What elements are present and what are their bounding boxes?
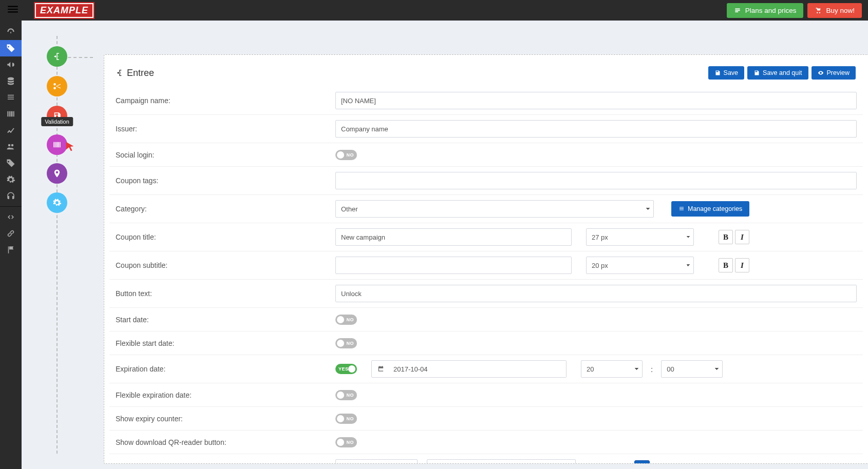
step-entree[interactable] (47, 46, 67, 67)
expiration-min-select[interactable]: 00 (661, 360, 723, 378)
subtitle-italic-button[interactable]: I (735, 258, 749, 272)
expiration-hour-select[interactable]: 20 (581, 360, 643, 378)
step-tooltip: Validation (41, 117, 73, 126)
plans-button[interactable]: Plans and prices (727, 3, 804, 18)
plans-label: Plans and prices (745, 7, 797, 14)
category-select[interactable]: Other (335, 200, 654, 218)
calendar-icon (372, 365, 390, 373)
left-rail (0, 0, 22, 469)
rail-barcode-icon[interactable] (0, 106, 22, 122)
rail-horn-icon[interactable] (0, 56, 22, 73)
steps-column: Validation (34, 36, 80, 454)
title-italic-button[interactable]: I (735, 230, 749, 244)
max-campaigns-input[interactable] (335, 459, 418, 464)
show-expiry-toggle[interactable]: NO (335, 414, 357, 424)
rail-support-icon[interactable] (0, 188, 22, 204)
form-panel: Entree Save Save and quit Preview Campai… (104, 54, 868, 464)
logo: EXAMPLE (35, 3, 93, 18)
expiration-date-input[interactable] (371, 360, 567, 378)
save-button[interactable]: Save (708, 66, 745, 80)
label-flexible-expiration: Flexible expiration date: (109, 391, 335, 399)
label-category: Category: (109, 205, 335, 213)
flexible-expiration-toggle[interactable]: NO (335, 390, 357, 400)
save-quit-button[interactable]: Save and quit (747, 66, 808, 80)
topbar: EXAMPLE Plans and prices Buy now! (0, 0, 868, 21)
show-qr-toggle[interactable]: NO (335, 437, 357, 447)
cursor-pointer-icon (65, 141, 76, 152)
label-coupon-title: Coupon title: (109, 233, 335, 241)
enter-icon (116, 69, 124, 77)
label-flexible-start: Flexible start date: (109, 339, 335, 347)
title-size-select[interactable]: 27 px (586, 228, 694, 246)
label-coupon-tags: Coupon tags: (109, 177, 335, 185)
max-type-select[interactable]: Validations (427, 459, 576, 464)
step-scissors[interactable] (47, 76, 67, 96)
label-coupon-subtitle: Coupon subtitle: (109, 261, 335, 269)
buy-button[interactable]: Buy now! (807, 3, 862, 18)
title-bold-button[interactable]: B (719, 230, 733, 244)
coupon-tags-input[interactable] (335, 172, 857, 189)
rail-link-icon[interactable] (0, 225, 22, 242)
manage-categories-button[interactable]: Manage categories (671, 201, 749, 217)
label-social-login: Social login: (109, 151, 335, 159)
time-colon: : (645, 365, 659, 374)
step-location[interactable] (47, 163, 67, 184)
flexible-start-toggle[interactable]: NO (335, 338, 357, 348)
coupon-title-input[interactable] (335, 228, 572, 246)
hamburger-icon[interactable] (6, 3, 20, 18)
campaign-name-input[interactable] (335, 92, 857, 109)
rail-users-icon[interactable] (0, 139, 22, 155)
rail-chart-icon[interactable] (0, 122, 22, 139)
rail-code-icon[interactable] (0, 209, 22, 225)
content: Validation Entree Save Save and quit Pre… (22, 21, 868, 469)
label-campaign-name: Campaign name: (109, 96, 335, 105)
rail-database-icon[interactable] (0, 73, 22, 89)
label-issuer: Issuer: (109, 125, 335, 133)
buy-label: Buy now! (826, 7, 855, 14)
coupon-subtitle-input[interactable] (335, 257, 572, 274)
label-button-text: Button text: (109, 289, 335, 298)
start-date-toggle[interactable]: NO (335, 315, 357, 325)
rail-coupons-icon[interactable] (0, 40, 22, 56)
form-body: Campaign name: Issuer: Social login: NO … (104, 87, 868, 464)
rail-tags-icon[interactable] (0, 155, 22, 171)
social-login-toggle[interactable]: NO (335, 150, 357, 160)
rail-cogs-icon[interactable] (0, 171, 22, 188)
step-validation[interactable] (47, 134, 67, 155)
label-show-qr: Show download QR-reader button: (109, 438, 335, 446)
rail-dashboard-icon[interactable] (0, 24, 22, 40)
form-header: Entree Save Save and quit Preview (104, 55, 868, 87)
label-start-date: Start date: (109, 316, 335, 324)
subtitle-size-select[interactable]: 20 px (586, 257, 694, 274)
page-title: Entree (116, 68, 154, 79)
label-expiration-date: Expiration date: (109, 365, 335, 373)
rail-flag-icon[interactable] (0, 242, 22, 258)
expiration-toggle[interactable]: YES (335, 364, 357, 374)
preview-button[interactable]: Preview (812, 66, 856, 80)
step-settings[interactable] (47, 192, 67, 213)
stats-button[interactable] (634, 460, 650, 464)
label-show-expiry: Show expiry counter: (109, 415, 335, 423)
subtitle-bold-button[interactable]: B (719, 258, 733, 272)
rail-list-icon[interactable] (0, 89, 22, 106)
button-text-input[interactable] (335, 285, 857, 302)
issuer-input[interactable] (335, 120, 857, 138)
